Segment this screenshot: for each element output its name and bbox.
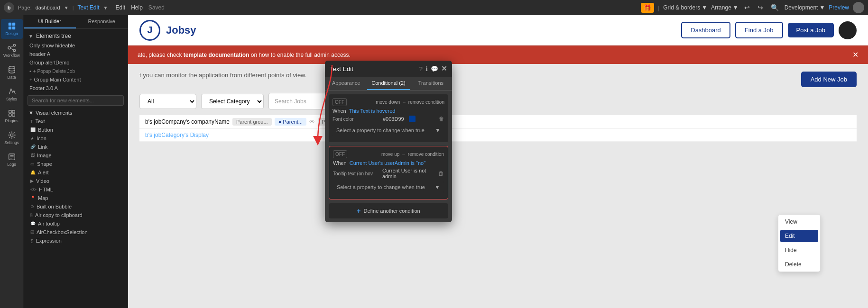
development-btn[interactable]: Development ▼	[785, 4, 825, 11]
condition1-sep: –	[403, 100, 406, 105]
user-avatar[interactable]	[853, 2, 864, 13]
condition1-move-down[interactable]: move down	[376, 100, 400, 105]
condition1-prop-delete[interactable]: 🗑	[439, 116, 444, 122]
table-cell-parent-group1[interactable]: Parent grou...	[232, 118, 272, 126]
tree-item-expression[interactable]: ∑ Expression	[24, 236, 128, 245]
eye-icon[interactable]: 👁	[309, 118, 315, 125]
table-cell-parent-dot[interactable]: ● Parent...	[275, 118, 306, 126]
edit-action[interactable]: Edit	[115, 4, 125, 11]
context-menu-edit[interactable]: Edit	[780, 230, 818, 242]
alert-close-icon[interactable]: ✕	[852, 50, 859, 59]
condition1-off-btn[interactable]: OFF	[332, 98, 347, 106]
gift-button[interactable]: 🎁	[641, 3, 654, 13]
text-edit-label[interactable]: Text Edit	[78, 4, 100, 11]
search-elements-input[interactable]	[28, 95, 124, 106]
tree-header-a[interactable]: header A	[24, 50, 128, 58]
condition2-select-property[interactable]: Select a property to change when true ▼	[333, 181, 444, 193]
tree-only-show-hideable[interactable]: Only show hideable	[24, 41, 128, 50]
find-job-nav-btn[interactable]: Find a Job	[735, 22, 783, 38]
condition2-remove[interactable]: remove condition	[408, 152, 444, 157]
condition1-remove[interactable]: remove condition	[408, 100, 444, 105]
sidebar-item-settings[interactable]: Settings	[1, 128, 23, 148]
sidebar-item-logs[interactable]: Logs	[1, 150, 23, 170]
preview-btn[interactable]: Preview	[829, 4, 849, 11]
image-icon: 🖼	[30, 153, 35, 158]
condition1-select-property[interactable]: Select a property to change when true ▼	[332, 124, 444, 136]
text-edit-dropdown[interactable]: ▼	[103, 5, 108, 10]
tree-item-video[interactable]: ▶ Video	[24, 177, 128, 185]
data-label: Data	[8, 75, 16, 80]
condition1-prop-row: Font color #003D99 🗑	[332, 116, 444, 122]
svg-rect-2	[8, 27, 11, 29]
sidebar-item-workflow[interactable]: Workflow	[1, 41, 23, 61]
condition2-off-btn[interactable]: OFF	[333, 150, 347, 158]
icon-icon: ★	[30, 136, 34, 141]
elements-tree-label: Elements tree	[36, 33, 71, 39]
modal-tab-transitions[interactable]: Transitions	[410, 77, 452, 90]
modal-tab-appearance[interactable]: Appearance	[325, 77, 367, 90]
grid-borders-btn[interactable]: Grid & borders ▼	[663, 4, 707, 11]
modal-tab-conditional[interactable]: Conditional (2)	[367, 77, 409, 90]
tree-item-air-checkbox[interactable]: ☑ AirCheckboxSelection	[24, 228, 128, 236]
settings-icon	[8, 131, 16, 139]
tree-item-image[interactable]: 🖼 Image	[24, 151, 128, 160]
modal-info-icon[interactable]: ℹ	[425, 65, 428, 72]
tab-responsive[interactable]: Responsive	[76, 15, 128, 28]
alert-text: ate, please check template documentation…	[138, 52, 351, 58]
dashboard-nav-btn[interactable]: Dashboard	[681, 22, 730, 38]
sidebar-item-data[interactable]: Data	[1, 63, 23, 82]
sidebar-item-plugins[interactable]: Plugins	[1, 106, 23, 126]
modal-help-icon[interactable]: ?	[419, 65, 423, 72]
tab-ui-builder[interactable]: UI Builder	[24, 15, 76, 28]
condition1-when-value[interactable]: This Text is hovered	[349, 108, 396, 114]
search-btn[interactable]: 🔍	[769, 3, 781, 12]
condition1-color-box[interactable]	[409, 116, 416, 122]
page-name[interactable]: dashboard	[36, 5, 60, 10]
help-action[interactable]: Help	[131, 4, 143, 11]
tree-visual-elements-header[interactable]: ▼ Visual elements	[24, 109, 128, 117]
sidebar-item-design[interactable]: Design	[1, 19, 23, 39]
context-menu-view[interactable]: View	[778, 215, 820, 229]
tree-toggle-icon[interactable]: ▼	[28, 34, 33, 39]
tree-item-text[interactable]: T Text	[24, 117, 128, 126]
undo-btn[interactable]: ↩	[742, 3, 752, 12]
condition2-when-value[interactable]: Current User's userAdmin is "no"	[350, 160, 425, 166]
tree-item-html[interactable]: </> HTML	[24, 185, 128, 194]
modal-close-btn[interactable]: ✕	[441, 64, 447, 73]
tree-item-alert[interactable]: 🔔 Alert	[24, 168, 128, 177]
tree-footer-3a[interactable]: Footer 3.0 A	[24, 84, 128, 92]
tree-item-icon[interactable]: ★ Icon	[24, 134, 128, 143]
all-filter-select[interactable]: All	[139, 94, 196, 109]
tree-group-main-content[interactable]: + Group Main Content	[24, 75, 128, 84]
condition1-row: OFF move down – remove condition	[332, 98, 444, 106]
post-job-nav-btn[interactable]: Post a Job	[788, 23, 834, 37]
page-dropdown-icon[interactable]: ▼	[64, 5, 69, 10]
arrange-btn[interactable]: Arrange ▼	[711, 4, 739, 11]
condition2-select-text: Select a property to change when true	[337, 184, 434, 190]
tree-item-shape[interactable]: ▭ Shape	[24, 160, 128, 168]
tree-item-link[interactable]: 🔗 Link	[24, 143, 128, 151]
tree-item-built-on-bubble[interactable]: ⊙ Built on Bubble	[24, 202, 128, 211]
svg-rect-1	[12, 23, 15, 26]
define-condition-btn[interactable]: + Define another condition	[329, 203, 448, 218]
tree-item-air-copy[interactable]: ⎘ Air copy to clipboard	[24, 211, 128, 219]
modal-chat-icon[interactable]: 💬	[431, 65, 438, 72]
context-menu-delete[interactable]: Delete	[778, 257, 820, 272]
context-menu-hide[interactable]: Hide	[778, 243, 820, 257]
tree-group-alert-demo[interactable]: Group alertDemo	[24, 58, 128, 67]
category-filter-select[interactable]: Select Category	[201, 94, 264, 109]
tree-item-air-tooltip[interactable]: 💬 Air tooltip	[24, 219, 128, 228]
define-condition-plus-icon: +	[357, 207, 360, 215]
condition2-tooltip-delete[interactable]: 🗑	[438, 170, 444, 177]
condition-block-1: OFF move down – remove condition When Th…	[329, 94, 448, 142]
add-new-job-btn[interactable]: Add New Job	[801, 72, 857, 87]
sidebar-item-styles[interactable]: Styles	[1, 84, 23, 104]
tree-item-button[interactable]: ⬜ Button	[24, 126, 128, 134]
left-panel-tabs: UI Builder Responsive	[24, 15, 128, 29]
tree-item-map[interactable]: 📍 Map	[24, 194, 128, 202]
condition2-move-up[interactable]: move up	[381, 152, 399, 157]
redo-btn[interactable]: ↪	[756, 3, 765, 12]
app-nav-avatar[interactable]	[839, 21, 857, 39]
tree-popup-delete-job[interactable]: • + Popup Delete Job	[24, 67, 128, 75]
table-cell-company: b's jobCompany's companyName	[145, 118, 230, 125]
